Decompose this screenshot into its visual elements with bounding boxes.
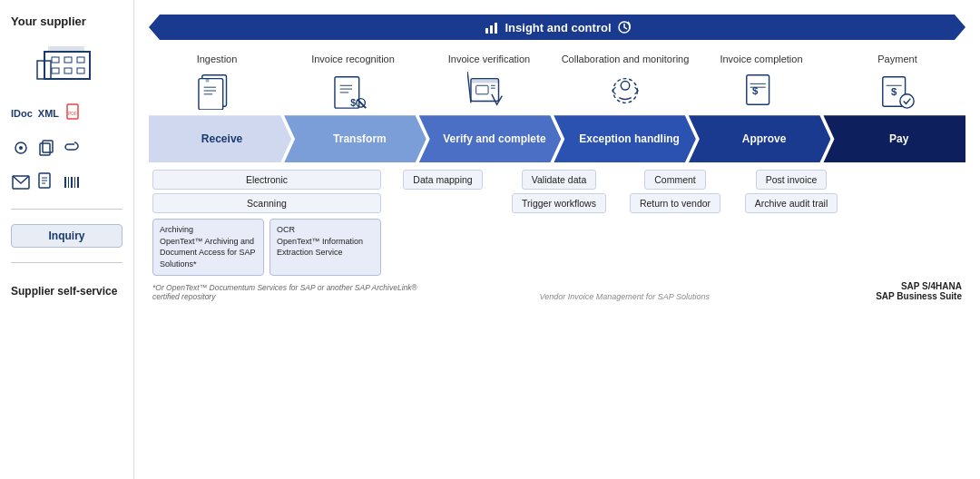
self-service-label: Supplier self-service — [11, 285, 122, 298]
idoc-xml-row: IDoc XML PDF — [11, 103, 122, 123]
ocr-subtitle: OpenText™ Information Extraction Service — [277, 236, 374, 259]
col-transform: Data mapping — [385, 170, 501, 190]
scanning-item: Scanning — [152, 193, 381, 213]
payment-icon: $ — [876, 72, 919, 110]
pdf-icon: PDF — [64, 103, 84, 123]
ocr-title: OCR — [277, 224, 374, 236]
xml-label: XML — [38, 108, 59, 119]
pay-label: Pay — [889, 132, 908, 147]
stages-row: Ingestion Invoice recognition $ — [149, 53, 965, 110]
data-mapping-item: Data mapping — [403, 170, 482, 190]
svg-rect-27 — [495, 23, 497, 34]
paperclip-icon — [62, 138, 82, 158]
stage-ingestion: Ingestion — [149, 53, 285, 110]
supplier-building-icon — [35, 43, 99, 83]
svg-rect-7 — [64, 68, 72, 73]
svg-rect-20 — [64, 177, 66, 188]
svg-point-62 — [900, 94, 914, 108]
content-lower: Electronic Scanning Archiving OpenText™ … — [149, 170, 965, 275]
exception-label: Exception handling — [579, 132, 680, 147]
svg-text:$: $ — [350, 97, 356, 108]
stage-payment: Payment $ — [829, 53, 965, 110]
email-icon — [11, 172, 31, 192]
receive-archive-row: Archiving OpenText™ Archiving and Docume… — [152, 219, 381, 275]
archiving-box: Archiving OpenText™ Archiving and Docume… — [152, 219, 264, 275]
segment-exception: Exception handling — [554, 115, 696, 162]
supplier-icon-area — [11, 43, 122, 83]
svg-text:$: $ — [752, 85, 759, 96]
archive-audit-trail-item: Archive audit trail — [745, 193, 838, 213]
invoice-recognition-title: Invoice recognition — [311, 53, 395, 65]
main-content: Insight and control Ingestion — [134, 0, 980, 479]
sidebar-divider-2 — [11, 262, 122, 263]
svg-rect-8 — [77, 68, 84, 73]
invoice-verification-title: Invoice verification — [448, 53, 531, 65]
segment-approve: Approve — [689, 115, 831, 162]
footnote: *Or OpenText™ Documentum Services for SA… — [152, 283, 422, 301]
archiving-subtitle: OpenText™ Archiving and Document Access … — [160, 236, 257, 270]
verify-label: Verify and complete — [443, 132, 545, 147]
receive-label: Receive — [201, 132, 242, 147]
stage-invoice-verification: Invoice verification — [421, 53, 557, 110]
vim-label: Vendor Invoice Management for SAP Soluti… — [422, 292, 827, 301]
svg-rect-24 — [77, 177, 79, 188]
col-approve: Post invoice Archive audit trail — [733, 170, 849, 213]
bottom-row: *Or OpenText™ Documentum Services for SA… — [149, 281, 965, 301]
stage-invoice-recognition: Invoice recognition $ — [285, 53, 421, 110]
transform-label: Transform — [333, 132, 387, 147]
svg-rect-5 — [77, 57, 84, 63]
col-receive: Electronic Scanning Archiving OpenText™ … — [149, 170, 385, 275]
copy-icon — [36, 138, 56, 158]
docs-icon — [36, 172, 56, 192]
idoc-label: IDoc — [11, 108, 33, 119]
col-verify: Validate data Trigger workflows — [501, 170, 617, 213]
svg-rect-42 — [471, 79, 499, 83]
ocr-box: OCR OpenText™ Information Extraction Ser… — [270, 219, 381, 275]
payment-title: Payment — [877, 53, 916, 65]
sap-label: SAP S/4HANA SAP Business Suite — [827, 281, 962, 301]
svg-rect-6 — [52, 68, 59, 73]
insight-bar: Insight and control — [149, 11, 965, 44]
svg-rect-14 — [43, 141, 53, 152]
svg-point-12 — [19, 146, 23, 150]
svg-rect-25 — [485, 28, 488, 34]
stage-invoice-completion: Invoice completion $ — [693, 53, 829, 110]
svg-text:$: $ — [891, 86, 897, 97]
ingestion-title: Ingestion — [197, 53, 238, 65]
sidebar-divider — [11, 209, 122, 210]
collaboration-icon — [603, 72, 647, 110]
svg-rect-23 — [74, 177, 75, 188]
archiving-title: Archiving — [160, 224, 257, 236]
svg-rect-21 — [68, 177, 69, 188]
icons-row-2 — [11, 138, 122, 158]
segment-pay: Pay — [823, 115, 965, 162]
svg-rect-2 — [48, 46, 84, 52]
svg-rect-43 — [476, 86, 488, 95]
col-exception: Comment Return to vendor — [617, 170, 733, 213]
barcode-icon — [62, 172, 82, 192]
svg-point-50 — [621, 82, 630, 91]
inquiry-button[interactable]: Inquiry — [11, 224, 122, 248]
invoice-completion-icon: $ — [740, 72, 783, 110]
segment-receive: Receive — [149, 115, 291, 162]
trigger-workflows-item: Trigger workflows — [512, 193, 606, 213]
collaboration-title: Collaboration and monitoring — [562, 53, 690, 65]
supplier-title: Your supplier — [11, 15, 122, 28]
clock-refresh-icon — [617, 20, 632, 34]
process-bar: Receive Transform Verify and complete Ex… — [149, 115, 965, 162]
stage-collaboration: Collaboration and monitoring — [557, 53, 693, 110]
electronic-item: Electronic — [152, 170, 381, 190]
svg-rect-13 — [40, 143, 50, 155]
sidebar: Your supplier IDoc XML PDF — [0, 0, 134, 479]
svg-rect-4 — [64, 57, 72, 63]
return-to-vendor-item: Return to vendor — [630, 193, 720, 213]
invoice-completion-title: Invoice completion — [720, 53, 802, 65]
invoice-recognition-icon: $ — [331, 72, 375, 110]
svg-line-52 — [612, 91, 616, 94]
approve-label: Approve — [742, 132, 787, 147]
svg-rect-26 — [490, 25, 493, 34]
post-invoice-item: Post invoice — [756, 170, 828, 190]
validate-data-item: Validate data — [522, 170, 597, 190]
insight-arrow: Insight and control — [149, 15, 965, 40]
svg-rect-22 — [71, 177, 73, 188]
